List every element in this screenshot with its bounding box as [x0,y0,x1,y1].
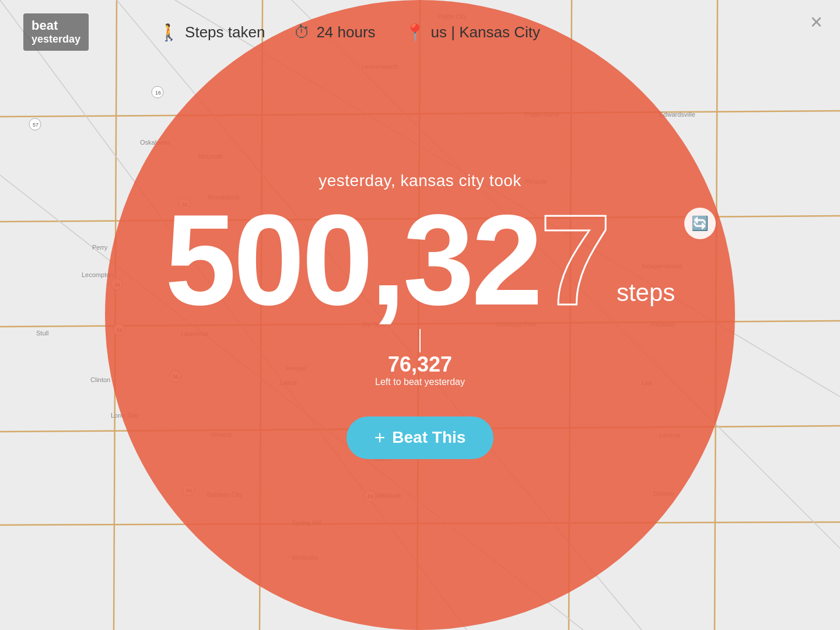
time-nav-item[interactable]: ⏱ 24 hours [294,23,375,42]
svg-text:16: 16 [155,90,161,96]
progress-line [419,329,421,352]
location-nav-label: us | Kansas City [431,23,540,41]
subtitle-text: yesterday, kansas city took [318,172,522,190]
progress-area: 76,327 Left to beat yesterday [375,329,465,387]
logo-text: beat yesterday [32,18,80,46]
close-button[interactable]: × [810,12,822,33]
steps-solid: 500,32 [165,196,540,324]
time-nav-label: 24 hours [316,23,375,41]
svg-text:57: 57 [33,122,38,128]
beat-this-button[interactable]: + Beat This [346,416,494,459]
steps-count-area: 500,32 7 steps 🔄 [165,196,676,324]
remaining-number: 76,327 [388,352,452,377]
logo: beat yesterday [23,13,89,51]
walk-icon: 🚶 [159,23,179,42]
svg-text:Clinton: Clinton [90,376,110,383]
stats-circle: yesterday, kansas city took 500,32 7 ste… [105,0,735,630]
plus-icon: + [374,427,386,449]
svg-text:Perry: Perry [92,244,108,251]
steps-nav-item[interactable]: 🚶 Steps taken [159,23,265,42]
svg-text:Stull: Stull [36,330,48,337]
steps-unit: steps [617,279,675,307]
share-button[interactable]: 🔄 [684,208,716,239]
clock-icon: ⏱ [294,23,310,42]
share-icon: 🔄 [691,215,709,232]
nav-items: 🚶 Steps taken ⏱ 24 hours 📍 us | Kansas C… [159,23,540,42]
steps-nav-label: Steps taken [185,23,265,41]
beat-this-label: Beat This [392,428,466,447]
location-pin-icon: 📍 [405,23,425,42]
location-nav-item[interactable]: 📍 us | Kansas City [405,23,540,42]
steps-outline: 7 [540,196,608,324]
remaining-label: Left to beat yesterday [375,377,465,387]
top-bar: beat yesterday 🚶 Steps taken ⏱ 24 hours … [0,0,840,64]
